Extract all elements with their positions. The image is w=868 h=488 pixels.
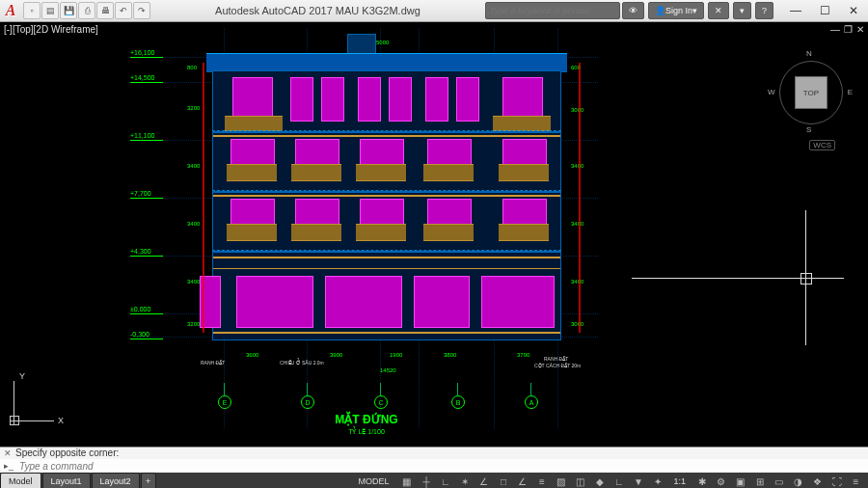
signin-button[interactable]: 👤 Sign In ▾	[648, 2, 704, 19]
otrack-icon[interactable]: ∠	[514, 474, 530, 489]
level-label: +14,500	[130, 74, 155, 81]
search-input[interactable]	[485, 2, 620, 19]
dim-label: 3000	[571, 321, 583, 327]
viewcube-w[interactable]: W	[768, 88, 775, 96]
boundary-line	[579, 63, 581, 333]
dim-label: 800	[187, 65, 197, 70]
transparency-icon[interactable]: ▨	[553, 474, 569, 489]
floor-4	[212, 70, 561, 132]
doc-minimize-icon[interactable]: —	[830, 24, 840, 35]
level-label: +11,100	[130, 132, 155, 139]
dim-label: 3400	[187, 163, 200, 169]
dim-label: 1900	[390, 352, 402, 358]
drawing-viewport[interactable]: [-][Top][2D Wireframe] — ❐ ✕ N S W E TOP…	[0, 22, 868, 447]
dim-label: 3200	[187, 105, 200, 111]
viewport-label[interactable]: [-][Top][2D Wireframe]	[4, 24, 98, 35]
tab-model[interactable]: Model	[0, 473, 41, 488]
ucs-icon[interactable]: Y X	[10, 373, 62, 425]
viewcube-e[interactable]: E	[848, 88, 853, 96]
save-icon[interactable]: 💾	[60, 2, 77, 19]
clean-screen-icon[interactable]: ⛶	[828, 474, 845, 489]
signin-label: Sign In	[665, 6, 692, 15]
lineweight-icon[interactable]: ≡	[533, 474, 550, 489]
title-bar: A ▫ ▤ 💾 ⎙ 🖶 ↶ ↷ Autodesk AutoCAD 2017 MA…	[0, 0, 868, 22]
dim-label: 3400	[187, 221, 200, 227]
selection-filter-icon[interactable]: ▼	[630, 474, 646, 489]
note-label: CHIẾU Ở SÂU 2.0m	[280, 360, 324, 366]
exchange-icon[interactable]: ✕	[708, 2, 729, 19]
command-area: ✕ Specify opposite corner: ▸_	[0, 447, 868, 473]
help-icon[interactable]: ?	[755, 2, 773, 19]
infocenter-icon[interactable]: 👁	[622, 2, 644, 19]
crosshair-cursor	[632, 210, 844, 345]
doc-close-icon[interactable]: ✕	[856, 24, 864, 35]
viewcube[interactable]: N S W E TOP	[770, 51, 851, 132]
drawing-scale: TỶ LỆ 1/100	[135, 428, 598, 436]
tab-add-icon[interactable]: +	[141, 473, 156, 488]
tab-layout2[interactable]: Layout2	[92, 473, 140, 488]
wcs-badge[interactable]: WCS	[809, 140, 835, 150]
saveas-icon[interactable]: ⎙	[78, 2, 95, 19]
dim-label: 3000	[571, 107, 583, 113]
note-label: RANH ĐẤT	[544, 356, 568, 362]
ortho-icon[interactable]: ∟	[437, 474, 453, 489]
command-input[interactable]	[17, 460, 864, 473]
minimize-icon[interactable]: —	[781, 0, 810, 21]
undo-icon[interactable]: ↶	[115, 2, 132, 19]
dim-label: 3600	[246, 352, 258, 358]
level-label: ±0,000	[130, 306, 150, 312]
grid-icon[interactable]: ▦	[398, 474, 415, 489]
dim-label: 3900	[330, 352, 342, 358]
command-line[interactable]: ▸_	[0, 459, 868, 473]
snap-icon[interactable]: ┼	[418, 474, 434, 489]
open-icon[interactable]: ▤	[41, 2, 59, 19]
osnap-icon[interactable]: □	[495, 474, 511, 489]
app-logo-icon[interactable]: A	[0, 0, 21, 21]
close-history-icon[interactable]: ✕	[4, 447, 12, 459]
quick-properties-icon[interactable]: ▭	[771, 474, 787, 489]
isodraft-icon[interactable]: ∠	[475, 474, 492, 489]
plot-icon[interactable]: 🖶	[96, 2, 114, 19]
close-icon[interactable]: ✕	[839, 0, 868, 21]
note-label: CỘT CÁCH ĐẤT 20m	[534, 363, 581, 368]
model-space-label[interactable]: MODEL	[352, 476, 394, 486]
dim-label: 5000	[376, 40, 389, 45]
dim-label: 3400	[571, 221, 583, 227]
viewcube-s[interactable]: S	[806, 125, 811, 134]
stayconnected-icon[interactable]: ▾	[733, 2, 751, 19]
dim-label: 3400	[571, 163, 583, 169]
viewcube-face[interactable]: TOP	[795, 76, 827, 109]
grid-bubble: D	[301, 395, 314, 409]
units-icon[interactable]: ⊞	[751, 474, 768, 489]
pickbox-icon	[800, 273, 812, 285]
dim-label: 3400	[571, 279, 583, 285]
annotation-scale[interactable]: 1:1	[669, 476, 690, 486]
hardware-accel-icon[interactable]: ❖	[809, 474, 826, 489]
isolate-icon[interactable]: ◑	[790, 474, 806, 489]
3dosnap-icon[interactable]: ◆	[591, 474, 608, 489]
doc-restore-icon[interactable]: ❐	[844, 24, 853, 35]
viewcube-n[interactable]: N	[806, 49, 812, 58]
window-title: Autodesk AutoCAD 2017 MAU K3G2M.dwg	[150, 5, 485, 16]
status-bar: Model Layout1 Layout2 + MODEL ▦ ┼ ∟ ✶ ∠ …	[0, 473, 868, 488]
selection-cycling-icon[interactable]: ◫	[572, 474, 588, 489]
boundary-line	[203, 63, 204, 333]
dynamic-ucs-icon[interactable]: ∟	[610, 474, 627, 489]
grid-bubble: E	[218, 395, 231, 409]
grid-bubble: B	[451, 395, 465, 409]
status-toggles: ▦ ┼ ∟ ✶ ∠ □ ∠ ≡ ▨ ◫ ◆ ∟ ▼ ✦	[394, 474, 669, 489]
customize-icon[interactable]: ≡	[848, 474, 864, 489]
grid-bubble: A	[525, 395, 538, 409]
annotation-monitor-icon[interactable]: ▣	[732, 474, 748, 489]
workspace-icon[interactable]: ⚙	[713, 474, 729, 489]
annotation-visibility-icon[interactable]: ✱	[693, 474, 710, 489]
new-icon[interactable]: ▫	[23, 2, 41, 19]
level-label: +7,700	[130, 190, 151, 197]
dim-label: 14520	[380, 367, 396, 373]
tab-layout1[interactable]: Layout1	[42, 473, 91, 488]
redo-icon[interactable]: ↷	[133, 2, 150, 19]
polar-icon[interactable]: ✶	[456, 474, 473, 489]
gizmo-icon[interactable]: ✦	[649, 474, 665, 489]
maximize-icon[interactable]: ☐	[810, 0, 839, 21]
grid-bubble: C	[374, 395, 388, 409]
